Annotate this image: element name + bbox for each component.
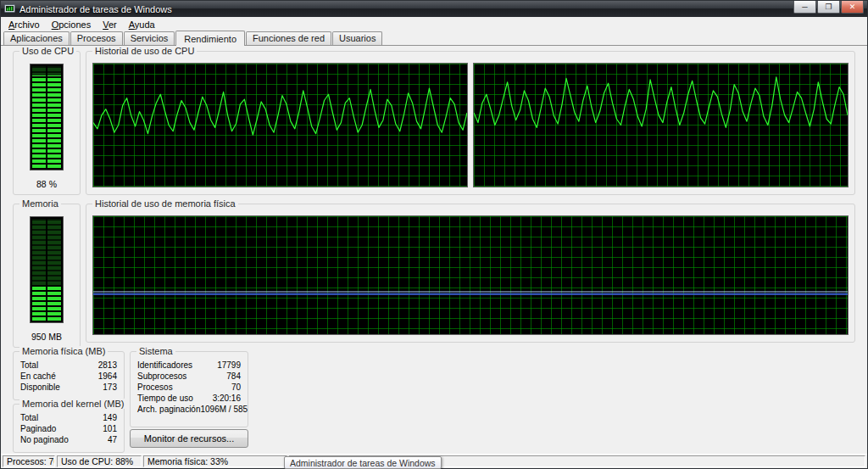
minimize-icon: ─ bbox=[802, 3, 807, 11]
kernel-memory-rows: Total 149 Paginado 101 No paginado 47 bbox=[20, 412, 117, 445]
row-value: 784 bbox=[226, 371, 241, 382]
info-row-pagefile: Arch. paginación 1096M / 585 bbox=[137, 404, 241, 415]
row-label: Procesos bbox=[137, 382, 173, 393]
info-row-total: Total 2813 bbox=[20, 360, 117, 371]
row-value: 17799 bbox=[217, 360, 241, 371]
system-group: Sistema Identificadores 17799 Subproceso… bbox=[130, 351, 248, 427]
menu-opciones[interactable]: Opciones bbox=[46, 19, 97, 31]
task-manager-window: Administrador de tareas de Windows ─ ❐ ✕… bbox=[0, 0, 868, 469]
close-icon: ✕ bbox=[849, 3, 856, 11]
memory-history-graph bbox=[92, 215, 849, 335]
memory-gauge bbox=[30, 216, 64, 323]
row-value: 47 bbox=[108, 434, 117, 445]
system-group-label: Sistema bbox=[136, 346, 175, 356]
info-row-uptime: Tiempo de uso 3:20:16 bbox=[137, 393, 241, 404]
row-value: 101 bbox=[103, 423, 117, 434]
maximize-icon: ❐ bbox=[825, 3, 832, 11]
cpu-gauge-divider bbox=[46, 66, 47, 168]
row-label: Total bbox=[20, 360, 38, 371]
cpu-history-graph-1 bbox=[92, 63, 468, 187]
cpu-usage-gauge bbox=[30, 64, 64, 170]
cpu-history-group-label: Historial de uso de CPU bbox=[92, 46, 197, 56]
info-row-total: Total 149 bbox=[20, 412, 117, 423]
tab-funciones-de-red[interactable]: Funciones de red bbox=[246, 31, 331, 45]
memory-history-group-label: Historial de uso de memoria física bbox=[92, 198, 238, 209]
info-row-available: Disponible 173 bbox=[20, 382, 117, 393]
status-processes: Procesos: 70 bbox=[3, 455, 55, 467]
resource-monitor-button[interactable]: Monitor de recursos... bbox=[130, 429, 248, 448]
tab-usuarios[interactable]: Usuarios bbox=[332, 31, 382, 45]
system-rows: Identificadores 17799 Subprocesos 784 Pr… bbox=[137, 360, 241, 415]
row-label: Tiempo de uso bbox=[137, 393, 193, 404]
performance-page: Uso de CPU 88 % Historial de uso de CPU … bbox=[1, 46, 867, 454]
cpu-usage-group: Uso de CPU 88 % bbox=[13, 51, 81, 195]
row-label: Total bbox=[20, 412, 38, 423]
row-value: 1964 bbox=[98, 371, 117, 382]
close-button[interactable]: ✕ bbox=[841, 1, 864, 14]
tab-strip: Aplicaciones Procesos Servicios Rendimie… bbox=[1, 31, 867, 46]
kernel-memory-group-label: Memoria del kernel (MB) bbox=[19, 399, 126, 409]
kernel-memory-group: Memoria del kernel (MB) Total 149 Pagina… bbox=[13, 404, 125, 453]
physical-memory-group-label: Memoria física (MB) bbox=[19, 346, 108, 356]
tab-aplicaciones[interactable]: Aplicaciones bbox=[3, 31, 70, 45]
physical-memory-group: Memoria física (MB) Total 2813 En caché … bbox=[13, 351, 125, 400]
window-title: Administrador de tareas de Windows bbox=[19, 4, 789, 14]
cpu-history-graph-2 bbox=[473, 63, 849, 187]
titlebar[interactable]: Administrador de tareas de Windows ─ ❐ ✕ bbox=[1, 1, 867, 17]
cpu-usage-value: 88 % bbox=[14, 179, 80, 189]
row-label: Disponible bbox=[20, 382, 60, 393]
row-value: 1096M / 585 bbox=[201, 404, 248, 415]
row-value: 3:20:16 bbox=[213, 393, 241, 404]
menu-archivo[interactable]: Archivo bbox=[3, 19, 46, 31]
row-label: En caché bbox=[20, 371, 56, 382]
menubar: Archivo Opciones Ver Ayuda bbox=[1, 17, 867, 31]
row-label: No paginado bbox=[20, 434, 69, 445]
window-controls: ─ ❐ ✕ bbox=[793, 1, 864, 14]
menu-ayuda[interactable]: Ayuda bbox=[123, 19, 161, 31]
memory-gauge-value: 950 MB bbox=[14, 332, 80, 342]
info-row-handles: Identificadores 17799 bbox=[137, 360, 241, 371]
row-value: 2813 bbox=[98, 360, 117, 371]
row-label: Subprocesos bbox=[137, 371, 186, 382]
info-row-cached: En caché 1964 bbox=[20, 371, 117, 382]
memory-history-group: Historial de uso de memoria física bbox=[86, 204, 855, 343]
app-icon bbox=[4, 3, 15, 14]
maximize-button[interactable]: ❐ bbox=[817, 1, 840, 14]
row-value: 173 bbox=[103, 382, 117, 393]
taskbar-tooltip: Administrador de tareas de Windows bbox=[284, 456, 442, 469]
memory-gauge-divider bbox=[46, 219, 47, 321]
memory-gauge-group: Memoria 950 MB bbox=[13, 204, 81, 348]
physical-memory-rows: Total 2813 En caché 1964 Disponible 173 bbox=[20, 360, 117, 393]
status-cpu-usage: Uso de CPU: 88% bbox=[57, 455, 142, 467]
row-label: Paginado bbox=[20, 423, 56, 434]
status-physical-memory: Memoria física: 33% bbox=[143, 455, 287, 467]
tab-servicios[interactable]: Servicios bbox=[124, 31, 175, 45]
cpu-history-group: Historial de uso de CPU bbox=[86, 51, 855, 195]
row-label: Arch. paginación bbox=[137, 404, 201, 415]
row-value: 149 bbox=[103, 412, 117, 423]
row-value: 70 bbox=[231, 382, 241, 393]
info-row-nonpaged: No paginado 47 bbox=[20, 434, 117, 445]
menu-ver[interactable]: Ver bbox=[97, 19, 123, 31]
minimize-button[interactable]: ─ bbox=[793, 1, 816, 14]
info-row-paged: Paginado 101 bbox=[20, 423, 117, 434]
tab-rendimiento[interactable]: Rendimiento bbox=[175, 31, 245, 46]
row-label: Identificadores bbox=[137, 360, 192, 371]
info-row-processes: Procesos 70 bbox=[137, 382, 241, 393]
tab-procesos[interactable]: Procesos bbox=[70, 31, 123, 45]
info-row-threads: Subprocesos 784 bbox=[137, 371, 241, 382]
cpu-usage-group-label: Uso de CPU bbox=[19, 46, 76, 56]
memory-gauge-group-label: Memoria bbox=[19, 198, 61, 209]
